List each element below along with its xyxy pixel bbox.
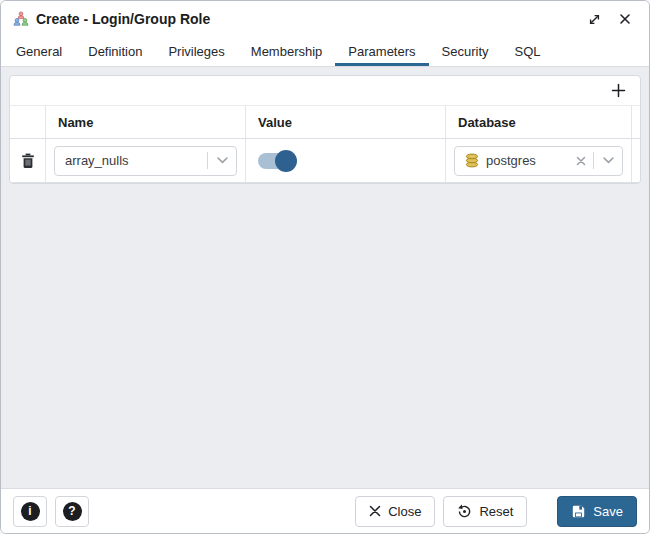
dialog-tabbar: General Definition Privileges Membership…	[1, 37, 649, 67]
dialog-footer: i ? Close Reset	[1, 488, 649, 533]
delete-cell	[10, 139, 46, 182]
tab-definition[interactable]: Definition	[75, 37, 155, 66]
dialog-titlebar: Create - Login/Group Role	[1, 1, 649, 37]
close-button[interactable]: Close	[355, 496, 435, 527]
save-button[interactable]: Save	[557, 496, 637, 527]
database-value: postgres	[480, 153, 569, 168]
help-button[interactable]: ?	[55, 496, 89, 527]
tab-general[interactable]: General	[3, 37, 75, 66]
info-icon: i	[21, 502, 40, 521]
close-button-label: Close	[388, 504, 421, 519]
reset-button[interactable]: Reset	[443, 496, 527, 527]
database-icon	[455, 153, 480, 168]
group-role-icon	[13, 11, 29, 27]
column-header-name: Name	[46, 106, 246, 138]
column-header-value: Value	[246, 106, 446, 138]
name-cell: array_nulls	[46, 139, 246, 182]
parameters-grid: Name Value Database	[9, 75, 641, 184]
save-button-label: Save	[593, 504, 623, 519]
grid-scroll-gutter	[632, 106, 640, 138]
tab-privileges[interactable]: Privileges	[155, 37, 237, 66]
toggle-thumb	[275, 150, 297, 172]
delete-row-button[interactable]	[19, 151, 37, 171]
tab-membership[interactable]: Membership	[238, 37, 336, 66]
trash-icon	[21, 153, 35, 169]
chevron-down-icon[interactable]	[208, 157, 236, 164]
value-toggle[interactable]	[258, 153, 295, 169]
value-cell	[246, 139, 446, 182]
database-select[interactable]: postgres	[454, 146, 623, 176]
grid-toolbar	[10, 76, 640, 106]
maximize-button[interactable]	[582, 7, 606, 31]
tab-security[interactable]: Security	[429, 37, 502, 66]
parameter-name-select[interactable]: array_nulls	[54, 146, 237, 176]
column-header-delete	[10, 106, 46, 138]
save-icon	[571, 504, 586, 519]
create-login-group-role-dialog: Create - Login/Group Role General Defini…	[0, 0, 650, 534]
info-button[interactable]: i	[13, 496, 47, 527]
grid-scroll-gutter	[632, 139, 640, 182]
parameters-panel: Name Value Database	[1, 67, 649, 488]
tab-parameters[interactable]: Parameters	[335, 37, 428, 66]
table-row: array_nulls	[10, 139, 640, 183]
column-header-database: Database	[446, 106, 632, 138]
parameter-name-value: array_nulls	[55, 153, 207, 168]
maximize-icon	[588, 13, 601, 26]
dialog-title: Create - Login/Group Role	[36, 11, 210, 27]
database-cell: postgres	[446, 139, 632, 182]
add-parameter-button[interactable]	[607, 81, 630, 100]
plus-icon	[611, 83, 626, 98]
close-x-icon	[369, 505, 381, 517]
help-icon: ?	[63, 502, 82, 521]
reset-button-label: Reset	[479, 504, 513, 519]
close-icon	[619, 13, 631, 25]
close-window-button[interactable]	[613, 7, 637, 31]
grid-header-row: Name Value Database	[10, 106, 640, 139]
chevron-down-icon[interactable]	[594, 157, 622, 164]
clear-database-button[interactable]	[569, 156, 593, 166]
tab-sql[interactable]: SQL	[502, 37, 554, 66]
reset-icon	[457, 504, 472, 519]
